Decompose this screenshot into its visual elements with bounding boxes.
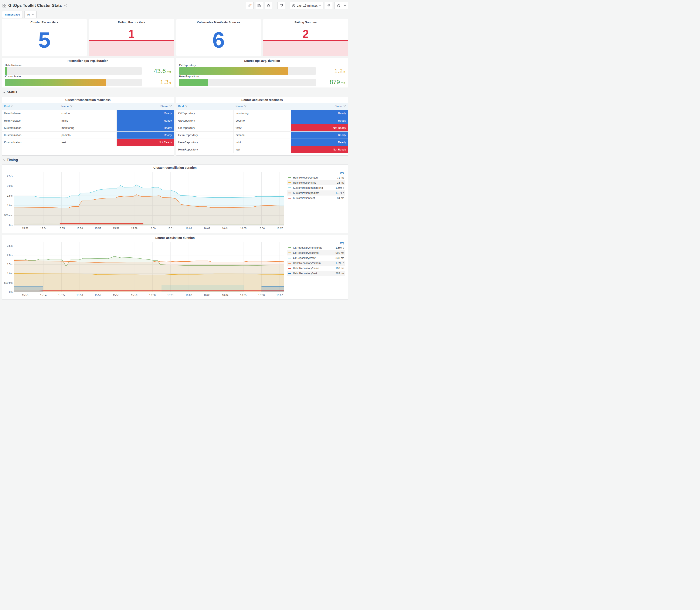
svg-text:0 s: 0 s — [9, 224, 13, 227]
panel-title[interactable]: Cluster reconciliation duration — [2, 165, 348, 171]
legend-avg-header[interactable]: avg — [287, 171, 345, 175]
legend-item[interactable]: Kustomization/podinfo 1.071 s — [287, 190, 345, 195]
svg-text:500 ms: 500 ms — [4, 282, 13, 284]
stat-value: 1 — [128, 28, 135, 39]
stat-value: 5 — [38, 29, 51, 51]
stat-panel: Failing Reconcilers1 — [89, 19, 174, 56]
cell-status: Not Ready — [117, 139, 174, 146]
cell-kind: HelmRelease — [2, 117, 59, 124]
save-dashboard-button[interactable] — [255, 2, 263, 9]
column-header-name[interactable]: Name — [59, 103, 117, 110]
legend-item[interactable]: HelmRelease/minio 16 ms — [287, 180, 345, 185]
panel-title[interactable]: Cluster Reconcilers — [2, 19, 87, 25]
series-name[interactable]: HelmRepository/minio — [293, 267, 336, 270]
legend-item[interactable]: HelmRelease/contour 71 ms — [287, 175, 345, 180]
legend-item[interactable]: HelmRepository/test 289 ms — [287, 271, 345, 276]
cell-name: podinfo — [233, 117, 291, 124]
series-name[interactable]: GitRepository/test2 — [293, 257, 336, 259]
panel-title[interactable]: Failing Sources — [263, 19, 348, 25]
column-header-status[interactable]: Status — [117, 103, 174, 110]
column-header-kind[interactable]: Kind — [176, 103, 233, 110]
gauge-row-item: HelmRelease 43.6ms — [5, 64, 171, 75]
svg-text:16:02: 16:02 — [185, 227, 192, 230]
timeseries-plot-area[interactable]: 0 s500 ms1.0 s1.5 s2.0 s2.5 s15:5315:541… — [2, 171, 286, 231]
variable-namespace-label[interactable]: namespace — [2, 11, 23, 18]
stat-panel: Kubernetes Manifests Sources6 — [176, 19, 261, 56]
timeseries-svg[interactable]: 0 s500 ms1.0 s1.5 s2.0 s2.5 s15:5315:541… — [2, 171, 286, 231]
svg-text:15:54: 15:54 — [40, 227, 47, 230]
series-name[interactable]: HelmRepository/bitnami — [293, 262, 336, 264]
gauge-bar — [5, 67, 7, 75]
cell-name: contour — [59, 110, 117, 117]
zoom-out-button[interactable] — [325, 2, 333, 9]
table-row: GitRepository test2 Not Ready — [176, 124, 348, 131]
section-timing[interactable]: Timing — [3, 157, 348, 163]
refresh-button[interactable] — [335, 2, 342, 9]
chart-legend: avg HelmRelease/contour 71 ms HelmReleas… — [286, 171, 348, 232]
chart-legend: avg GitRepository/monitoring 1.594 s Git… — [286, 241, 348, 299]
time-range-label: Last 15 minutes — [297, 4, 318, 7]
gauge-label: Kustomization — [5, 75, 171, 78]
legend-avg-header[interactable]: avg — [287, 241, 345, 245]
panel-title[interactable]: Failing Reconcilers — [89, 19, 174, 25]
series-name[interactable]: HelmRepository/test — [293, 272, 336, 275]
svg-text:16:04: 16:04 — [222, 227, 228, 230]
legend-item[interactable]: GitRepository/test2 338 ms — [287, 256, 345, 261]
timeseries-plot-area[interactable]: 0 s500 ms1.0 s1.5 s2.0 s2.5 s15:5315:541… — [2, 241, 286, 298]
series-name[interactable]: Kustomization/test — [293, 197, 337, 199]
svg-text:15:59: 15:59 — [131, 294, 137, 297]
add-panel-button[interactable] — [246, 2, 254, 9]
legend-item[interactable]: HelmRepository/bitnami 1.695 s — [287, 261, 345, 266]
cycle-view-mode-button[interactable] — [277, 2, 285, 9]
svg-text:2.0 s: 2.0 s — [7, 184, 13, 188]
time-range-picker[interactable]: Last 15 minutes — [290, 2, 323, 9]
svg-text:1.5 s: 1.5 s — [7, 263, 13, 266]
legend-item[interactable]: Kustomization/test 84 ms — [287, 195, 345, 200]
legend-item[interactable]: GitRepository/podinfo 980 ms — [287, 251, 345, 256]
panel-title[interactable]: Cluster reconciliation readiness — [2, 97, 174, 103]
column-header-kind[interactable]: Kind — [2, 103, 59, 110]
legend-item[interactable]: Kustomization/monitoring 1.605 s — [287, 185, 345, 190]
share-icon[interactable] — [64, 4, 67, 7]
stat-value: 2 — [303, 28, 309, 39]
svg-text:2.5 s: 2.5 s — [7, 175, 13, 178]
panel-title[interactable]: Kubernetes Manifests Sources — [176, 19, 261, 25]
series-name[interactable]: Kustomization/monitoring — [293, 187, 336, 189]
gauge-row: Reconciler ops avg. duration HelmRelease… — [2, 58, 348, 88]
stat-value: 6 — [212, 29, 225, 51]
cell-status: Ready — [117, 124, 174, 131]
series-avg-value: 1.071 s — [336, 192, 344, 194]
panel-title[interactable]: Reconciler ops avg. duration — [2, 58, 174, 64]
cell-status: Ready — [117, 131, 174, 139]
series-color-swatch — [288, 273, 291, 274]
dashboard-grid-icon[interactable] — [2, 4, 6, 7]
refresh-interval-dropdown[interactable] — [342, 2, 348, 9]
svg-text:15:56: 15:56 — [77, 227, 83, 230]
section-status[interactable]: Status — [3, 90, 348, 95]
series-name[interactable]: GitRepository/podinfo — [293, 252, 336, 254]
dashboard-settings-button[interactable] — [264, 2, 272, 9]
svg-text:16:06: 16:06 — [258, 227, 264, 230]
svg-text:15:53: 15:53 — [22, 294, 28, 297]
cell-name: podinfo — [59, 131, 117, 139]
series-name[interactable]: GitRepository/monitoring — [293, 246, 336, 249]
panel-title[interactable]: Source acquisition duration — [2, 235, 348, 241]
timeseries-svg[interactable]: 0 s500 ms1.0 s1.5 s2.0 s2.5 s15:5315:541… — [2, 241, 286, 298]
variable-namespace-value-dropdown[interactable]: All — [25, 11, 36, 18]
gauge-value: 43.6ms — [146, 68, 171, 75]
chevron-down-icon — [3, 159, 5, 161]
svg-text:15:59: 15:59 — [131, 227, 137, 230]
series-name[interactable]: HelmRelease/minio — [293, 181, 337, 184]
series-name[interactable]: HelmRelease/contour — [293, 176, 337, 179]
series-name[interactable]: Kustomization/podinfo — [293, 192, 336, 194]
series-color-swatch — [288, 247, 291, 248]
legend-item[interactable]: GitRepository/monitoring 1.594 s — [287, 245, 345, 251]
panel-title[interactable]: Source acquisition readiness — [176, 97, 348, 103]
column-header-status[interactable]: Status — [291, 103, 348, 110]
svg-text:15:55: 15:55 — [58, 227, 65, 230]
panel-title[interactable]: Source ops avg. duration — [176, 58, 348, 64]
legend-item[interactable]: HelmRepository/minio 108 ms — [287, 266, 345, 271]
svg-text:15:58: 15:58 — [113, 294, 119, 297]
stat-panel: Cluster Reconcilers5 — [2, 19, 87, 56]
column-header-name[interactable]: Name — [233, 103, 291, 110]
